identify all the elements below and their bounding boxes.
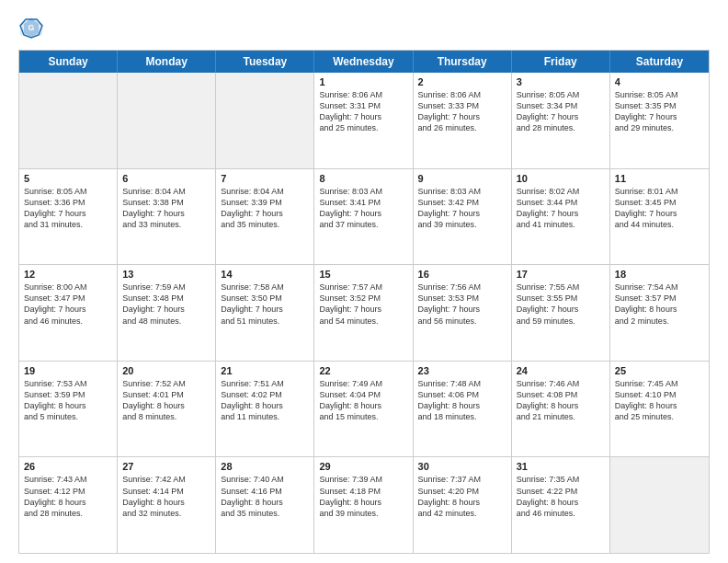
day-info: Sunrise: 8:03 AM Sunset: 3:42 PM Dayligh…: [418, 186, 506, 231]
day-info: Sunrise: 8:04 AM Sunset: 3:39 PM Dayligh…: [221, 186, 309, 231]
day-number: 30: [418, 461, 506, 472]
day-number: 7: [221, 173, 309, 184]
day-number: 3: [517, 76, 605, 87]
calendar-cell-empty: [610, 457, 709, 553]
day-info: Sunrise: 7:37 AM Sunset: 4:20 PM Dayligh…: [418, 474, 506, 519]
day-number: 2: [418, 76, 506, 87]
day-info: Sunrise: 7:57 AM Sunset: 3:52 PM Dayligh…: [319, 282, 407, 327]
calendar-cell-day-14: 14Sunrise: 7:58 AM Sunset: 3:50 PM Dayli…: [216, 265, 314, 361]
day-info: Sunrise: 8:04 AM Sunset: 3:38 PM Dayligh…: [122, 186, 210, 231]
day-info: Sunrise: 7:43 AM Sunset: 4:12 PM Dayligh…: [24, 474, 112, 519]
day-info: Sunrise: 7:51 AM Sunset: 4:02 PM Dayligh…: [221, 378, 309, 423]
day-info: Sunrise: 7:52 AM Sunset: 4:01 PM Dayligh…: [122, 378, 210, 423]
calendar-cell-day-28: 28Sunrise: 7:40 AM Sunset: 4:16 PM Dayli…: [216, 457, 314, 553]
day-number: 21: [221, 365, 309, 376]
calendar-cell-day-18: 18Sunrise: 7:54 AM Sunset: 3:57 PM Dayli…: [610, 265, 709, 361]
day-number: 10: [517, 173, 605, 184]
day-info: Sunrise: 7:49 AM Sunset: 4:04 PM Dayligh…: [319, 378, 407, 423]
calendar: SundayMondayTuesdayWednesdayThursdayFrid…: [18, 50, 710, 554]
calendar-cell-day-16: 16Sunrise: 7:56 AM Sunset: 3:53 PM Dayli…: [414, 265, 512, 361]
calendar-cell-day-21: 21Sunrise: 7:51 AM Sunset: 4:02 PM Dayli…: [216, 362, 314, 457]
day-info: Sunrise: 7:35 AM Sunset: 4:22 PM Dayligh…: [517, 474, 605, 519]
day-info: Sunrise: 7:54 AM Sunset: 3:57 PM Dayligh…: [615, 282, 704, 327]
day-info: Sunrise: 8:05 AM Sunset: 3:34 PM Dayligh…: [517, 89, 605, 134]
day-info: Sunrise: 7:56 AM Sunset: 3:53 PM Dayligh…: [418, 282, 506, 327]
day-number: 28: [221, 461, 309, 472]
day-info: Sunrise: 8:02 AM Sunset: 3:44 PM Dayligh…: [517, 186, 605, 231]
day-info: Sunrise: 8:00 AM Sunset: 3:47 PM Dayligh…: [24, 282, 112, 327]
day-number: 4: [615, 76, 704, 87]
weekday-header-saturday: Saturday: [610, 51, 709, 73]
logo: G: [18, 15, 48, 40]
calendar-body: 1Sunrise: 8:06 AM Sunset: 3:31 PM Daylig…: [19, 73, 709, 553]
logo-icon: G: [18, 15, 44, 40]
calendar-row-3: 12Sunrise: 8:00 AM Sunset: 3:47 PM Dayli…: [19, 264, 709, 361]
calendar-cell-day-9: 9Sunrise: 8:03 AM Sunset: 3:42 PM Daylig…: [414, 169, 512, 265]
day-info: Sunrise: 7:55 AM Sunset: 3:55 PM Dayligh…: [517, 282, 605, 327]
calendar-cell-day-24: 24Sunrise: 7:46 AM Sunset: 4:08 PM Dayli…: [512, 362, 610, 457]
calendar-cell-day-25: 25Sunrise: 7:45 AM Sunset: 4:10 PM Dayli…: [610, 362, 709, 457]
weekday-header-thursday: Thursday: [414, 51, 512, 73]
calendar-row-1: 1Sunrise: 8:06 AM Sunset: 3:31 PM Daylig…: [19, 73, 709, 168]
day-info: Sunrise: 8:06 AM Sunset: 3:33 PM Dayligh…: [418, 89, 506, 134]
day-number: 6: [122, 173, 210, 184]
day-info: Sunrise: 8:05 AM Sunset: 3:35 PM Dayligh…: [615, 89, 704, 134]
day-number: 31: [517, 461, 605, 472]
calendar-row-5: 26Sunrise: 7:43 AM Sunset: 4:12 PM Dayli…: [19, 456, 709, 553]
calendar-cell-day-5: 5Sunrise: 8:05 AM Sunset: 3:36 PM Daylig…: [19, 169, 118, 265]
day-number: 24: [517, 365, 605, 376]
day-number: 8: [319, 173, 407, 184]
weekday-header-wednesday: Wednesday: [314, 51, 413, 73]
day-number: 16: [418, 269, 506, 280]
day-number: 5: [24, 173, 112, 184]
calendar-row-2: 5Sunrise: 8:05 AM Sunset: 3:36 PM Daylig…: [19, 168, 709, 265]
day-number: 11: [615, 173, 704, 184]
day-info: Sunrise: 8:05 AM Sunset: 3:36 PM Dayligh…: [24, 186, 112, 231]
day-number: 12: [24, 269, 112, 280]
calendar-cell-empty: [216, 73, 314, 168]
calendar-cell-day-2: 2Sunrise: 8:06 AM Sunset: 3:33 PM Daylig…: [414, 73, 512, 168]
calendar-cell-day-29: 29Sunrise: 7:39 AM Sunset: 4:18 PM Dayli…: [314, 457, 413, 553]
calendar-cell-day-3: 3Sunrise: 8:05 AM Sunset: 3:34 PM Daylig…: [512, 73, 610, 168]
calendar-cell-day-15: 15Sunrise: 7:57 AM Sunset: 3:52 PM Dayli…: [314, 265, 413, 361]
calendar-cell-day-13: 13Sunrise: 7:59 AM Sunset: 3:48 PM Dayli…: [118, 265, 216, 361]
day-info: Sunrise: 7:53 AM Sunset: 3:59 PM Dayligh…: [24, 378, 112, 423]
day-number: 15: [319, 269, 407, 280]
header: G: [18, 15, 710, 40]
calendar-cell-day-27: 27Sunrise: 7:42 AM Sunset: 4:14 PM Dayli…: [118, 457, 216, 553]
calendar-cell-day-30: 30Sunrise: 7:37 AM Sunset: 4:20 PM Dayli…: [414, 457, 512, 553]
calendar-cell-day-1: 1Sunrise: 8:06 AM Sunset: 3:31 PM Daylig…: [314, 73, 413, 168]
calendar-cell-day-20: 20Sunrise: 7:52 AM Sunset: 4:01 PM Dayli…: [118, 362, 216, 457]
day-number: 23: [418, 365, 506, 376]
calendar-row-4: 19Sunrise: 7:53 AM Sunset: 3:59 PM Dayli…: [19, 361, 709, 457]
calendar-cell-day-22: 22Sunrise: 7:49 AM Sunset: 4:04 PM Dayli…: [314, 362, 413, 457]
calendar-cell-day-31: 31Sunrise: 7:35 AM Sunset: 4:22 PM Dayli…: [512, 457, 610, 553]
day-info: Sunrise: 7:42 AM Sunset: 4:14 PM Dayligh…: [122, 474, 210, 519]
day-number: 26: [24, 461, 112, 472]
calendar-header: SundayMondayTuesdayWednesdayThursdayFrid…: [19, 51, 709, 73]
day-number: 17: [517, 269, 605, 280]
day-number: 19: [24, 365, 112, 376]
calendar-cell-day-6: 6Sunrise: 8:04 AM Sunset: 3:38 PM Daylig…: [118, 169, 216, 265]
calendar-cell-day-12: 12Sunrise: 8:00 AM Sunset: 3:47 PM Dayli…: [19, 265, 118, 361]
weekday-header-monday: Monday: [118, 51, 216, 73]
calendar-cell-day-8: 8Sunrise: 8:03 AM Sunset: 3:41 PM Daylig…: [314, 169, 413, 265]
calendar-cell-day-10: 10Sunrise: 8:02 AM Sunset: 3:44 PM Dayli…: [512, 169, 610, 265]
svg-text:G: G: [28, 23, 34, 32]
day-number: 29: [319, 461, 407, 472]
calendar-cell-day-23: 23Sunrise: 7:48 AM Sunset: 4:06 PM Dayli…: [414, 362, 512, 457]
calendar-cell-empty: [19, 73, 118, 168]
calendar-cell-day-17: 17Sunrise: 7:55 AM Sunset: 3:55 PM Dayli…: [512, 265, 610, 361]
day-info: Sunrise: 7:48 AM Sunset: 4:06 PM Dayligh…: [418, 378, 506, 423]
day-number: 18: [615, 269, 704, 280]
day-info: Sunrise: 8:03 AM Sunset: 3:41 PM Dayligh…: [319, 186, 407, 231]
day-info: Sunrise: 7:59 AM Sunset: 3:48 PM Dayligh…: [122, 282, 210, 327]
day-info: Sunrise: 8:01 AM Sunset: 3:45 PM Dayligh…: [615, 186, 704, 231]
day-info: Sunrise: 8:06 AM Sunset: 3:31 PM Dayligh…: [319, 89, 407, 134]
calendar-cell-day-7: 7Sunrise: 8:04 AM Sunset: 3:39 PM Daylig…: [216, 169, 314, 265]
calendar-cell-empty: [118, 73, 216, 168]
calendar-cell-day-11: 11Sunrise: 8:01 AM Sunset: 3:45 PM Dayli…: [610, 169, 709, 265]
day-info: Sunrise: 7:45 AM Sunset: 4:10 PM Dayligh…: [615, 378, 704, 423]
weekday-header-tuesday: Tuesday: [216, 51, 314, 73]
day-number: 14: [221, 269, 309, 280]
